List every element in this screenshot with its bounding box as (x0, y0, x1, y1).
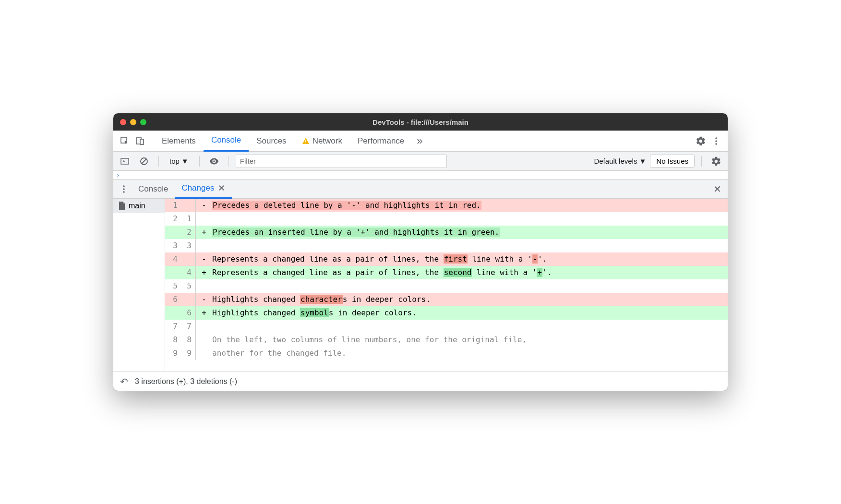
diff-code: Represents a changed line as a pair of l… (210, 266, 728, 279)
close-window-button[interactable] (120, 119, 126, 125)
line-number-new: 2 (180, 226, 196, 239)
diff-code (210, 279, 728, 293)
diff-line: 21 (165, 212, 728, 226)
settings-icon[interactable] (693, 133, 709, 149)
line-number-old: 5 (165, 279, 180, 293)
diff-marker (196, 333, 210, 347)
log-levels-dropdown[interactable]: Default levels ▼ (594, 157, 646, 165)
diff-marker: + (196, 226, 210, 239)
inspect-element-icon[interactable] (117, 133, 132, 149)
revert-icon[interactable]: ↶ (120, 376, 128, 387)
line-number-new (180, 199, 196, 212)
issues-button[interactable]: No Issues (650, 155, 695, 168)
divider (228, 156, 229, 167)
line-number-old (165, 226, 180, 239)
diff-marker (196, 347, 210, 360)
line-number-new: 6 (180, 306, 196, 320)
line-number-old (165, 306, 180, 320)
chevron-down-icon: ▼ (639, 157, 646, 165)
toggle-sidebar-icon[interactable] (117, 154, 132, 169)
close-drawer-icon[interactable]: ✕ (709, 181, 725, 197)
changes-panel: main 1-Precedes a deleted line by a '-' … (113, 199, 728, 372)
line-number-old: 2 (165, 212, 180, 226)
chevron-down-icon: ▼ (181, 157, 189, 165)
diff-code: another for the changed file. (210, 347, 728, 360)
changes-summary: 3 insertions (+), 3 deletions (-) (135, 377, 237, 386)
drawer-tab-changes-label: Changes (181, 183, 214, 193)
diff-code: Precedes an inserted line by a '+' and h… (210, 226, 728, 239)
diff-marker: - (196, 199, 210, 212)
diff-line: 55 (165, 279, 728, 293)
svg-point-12 (123, 185, 125, 187)
status-bar: ↶ 3 insertions (+), 3 deletions (-) (113, 372, 728, 391)
diff-marker: - (196, 293, 210, 306)
line-number-new (180, 252, 196, 266)
diff-line: 33 (165, 239, 728, 252)
line-number-old: 6 (165, 293, 180, 306)
titlebar: DevTools - file:///Users/main (113, 113, 728, 131)
svg-point-11 (213, 160, 215, 162)
diff-code: Represents a changed line as a pair of l… (210, 252, 728, 266)
kebab-menu-icon[interactable] (709, 133, 724, 149)
context-selector[interactable]: top ▼ (166, 156, 192, 167)
file-icon (118, 202, 126, 210)
line-number-old: 8 (165, 333, 180, 347)
diff-line: 4+Represents a changed line as a pair of… (165, 266, 728, 279)
drawer-tab-console[interactable]: Console (132, 180, 175, 199)
device-toolbar-icon[interactable] (132, 133, 148, 149)
diff-viewer[interactable]: 1-Precedes a deleted line by a '-' and h… (165, 199, 728, 372)
live-expression-icon[interactable] (206, 154, 222, 169)
line-number-new: 7 (180, 320, 196, 333)
context-label: top (169, 157, 180, 165)
diff-line: 99another for the changed file. (165, 347, 728, 360)
diff-marker (196, 320, 210, 333)
diff-line: 88On the left, two columns of line numbe… (165, 333, 728, 347)
svg-point-5 (715, 137, 717, 139)
diff-code (210, 320, 728, 333)
diff-code: Precedes a deleted line by a '-' and hig… (210, 199, 728, 212)
svg-point-7 (715, 143, 717, 145)
minimize-window-button[interactable] (130, 119, 136, 125)
tab-performance[interactable]: Performance (350, 131, 412, 152)
tab-sources[interactable]: Sources (249, 131, 294, 152)
line-number-old: 9 (165, 347, 180, 360)
maximize-window-button[interactable] (140, 119, 146, 125)
svg-rect-2 (140, 139, 144, 144)
divider (701, 156, 702, 167)
line-number-new: 4 (180, 266, 196, 279)
clear-console-icon[interactable] (136, 154, 152, 169)
svg-point-6 (715, 140, 717, 142)
line-number-old: 7 (165, 320, 180, 333)
tab-console[interactable]: Console (204, 131, 249, 152)
line-number-new: 3 (180, 239, 196, 252)
diff-code (210, 239, 728, 252)
console-toolbar: top ▼ Default levels ▼ No Issues (113, 152, 728, 171)
close-tab-icon[interactable]: ✕ (218, 183, 225, 193)
drawer-tab-changes[interactable]: Changes ✕ (175, 180, 232, 199)
warning-icon (302, 137, 310, 145)
diff-line: 4-Represents a changed line as a pair of… (165, 252, 728, 266)
line-number-new (180, 293, 196, 306)
more-tabs-icon[interactable]: » (412, 133, 427, 149)
diff-code (210, 212, 728, 226)
line-number-new: 1 (180, 212, 196, 226)
log-levels-label: Default levels (594, 157, 637, 165)
drawer-tabbar: Console Changes ✕ ✕ (113, 180, 728, 199)
line-number-old (165, 266, 180, 279)
divider (158, 156, 159, 167)
line-number-new: 5 (180, 279, 196, 293)
diff-line: 77 (165, 320, 728, 333)
console-prompt[interactable]: › (113, 171, 728, 180)
tab-network[interactable]: Network (294, 131, 350, 152)
diff-code: Highlights changed characters in deeper … (210, 293, 728, 306)
file-name: main (129, 202, 145, 210)
window-title: DevTools - file:///Users/main (113, 118, 728, 126)
file-item-main[interactable]: main (113, 199, 165, 213)
window-controls (120, 119, 146, 125)
filter-input[interactable] (236, 155, 447, 168)
diff-marker: - (196, 252, 210, 266)
tab-elements[interactable]: Elements (154, 131, 204, 152)
drawer-menu-icon[interactable] (116, 181, 132, 197)
line-number-old: 4 (165, 252, 180, 266)
console-settings-icon[interactable] (709, 154, 724, 169)
